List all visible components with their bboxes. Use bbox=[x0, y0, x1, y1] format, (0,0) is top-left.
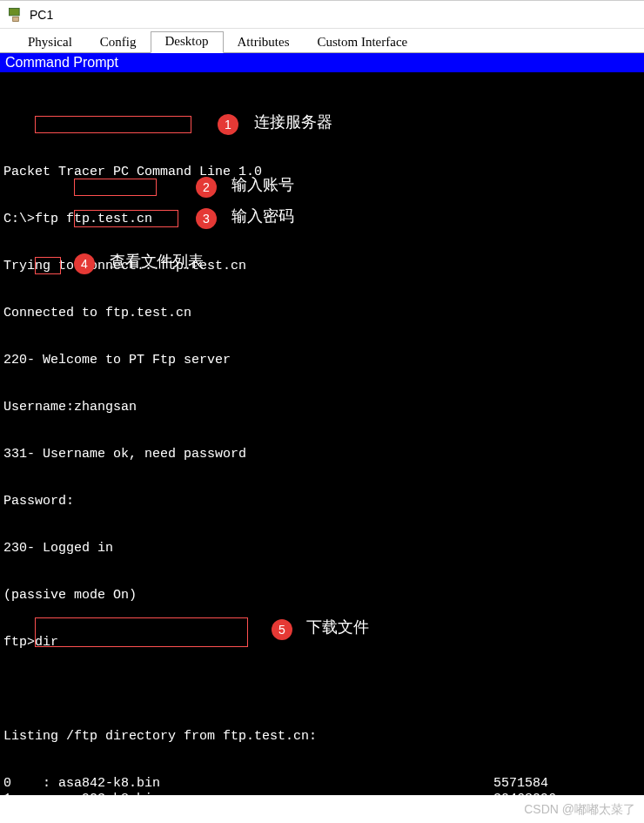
term-line: 331- Username ok, need password bbox=[3, 447, 641, 462]
term-line: Listing /ftp directory from ftp.test.cn: bbox=[3, 729, 641, 745]
file-index: 0 bbox=[3, 776, 43, 792]
annotation-badge-3: 3 bbox=[196, 208, 217, 229]
app-title: PC1 bbox=[30, 8, 53, 22]
file-list: 0: asa842-k8.bin55715841: asa923-k8.bin3… bbox=[3, 776, 641, 795]
title-bar: PC1 bbox=[0, 1, 644, 29]
file-row: 1: asa923-k8.bin30468096 bbox=[3, 792, 641, 795]
tab-attributes[interactable]: Attributes bbox=[224, 33, 304, 53]
annotation-text-4: 查看文件列表 bbox=[110, 253, 204, 269]
term-line: 230- Logged in bbox=[3, 541, 641, 557]
tab-physical[interactable]: Physical bbox=[14, 33, 86, 53]
annotation-text-3: 输入密码 bbox=[231, 208, 294, 224]
highlight-box bbox=[74, 179, 157, 196]
annotation-text-2: 输入账号 bbox=[231, 177, 294, 192]
file-row: 0: asa842-k8.bin5571584 bbox=[3, 776, 641, 792]
app-window: PC1 Physical Config Desktop Attributes C… bbox=[0, 0, 644, 795]
command-prompt-header: Command Prompt bbox=[0, 53, 644, 72]
term-line: Connected to ftp.test.cn bbox=[3, 306, 641, 321]
terminal[interactable]: Packet Tracer PC Command Line 1.0 C:\>ft… bbox=[0, 72, 644, 795]
file-size: 30468096 bbox=[493, 792, 556, 795]
term-line: Username:zhangsan bbox=[3, 400, 641, 415]
term-line: C:\>ftp ftp.test.cn bbox=[3, 212, 641, 227]
tab-config[interactable]: Config bbox=[86, 33, 151, 53]
term-line: Password: bbox=[3, 494, 641, 509]
annotation-badge-2: 2 bbox=[196, 177, 217, 198]
term-line: Packet Tracer PC Command Line 1.0 bbox=[3, 165, 641, 180]
annotation-badge-1: 1 bbox=[218, 114, 238, 135]
watermark: CSDN @嘟嘟太菜了 bbox=[524, 802, 635, 818]
term-line: (passive mode On) bbox=[3, 588, 641, 604]
file-size: 5571584 bbox=[493, 776, 548, 792]
tab-strip: Physical Config Desktop Attributes Custo… bbox=[0, 29, 644, 53]
tab-desktop[interactable]: Desktop bbox=[151, 31, 224, 53]
term-blank bbox=[3, 682, 641, 698]
term-line: Trying to connect...ftp.test.cn bbox=[3, 259, 641, 274]
file-name: asa923-k8.bin bbox=[58, 792, 493, 795]
term-line: ftp>dir bbox=[3, 635, 641, 651]
term-line: 220- Welcome to PT Ftp server bbox=[3, 353, 641, 368]
annotation-badge-4: 4 bbox=[74, 253, 95, 274]
file-name: asa842-k8.bin bbox=[58, 776, 493, 792]
svg-rect-1 bbox=[13, 17, 19, 21]
annotation-badge-5: 5 bbox=[272, 619, 292, 640]
pc-icon bbox=[7, 6, 24, 24]
annotation-text-1: 连接服务器 bbox=[254, 114, 332, 130]
annotation-text-5: 下载文件 bbox=[306, 619, 369, 635]
file-index: 1 bbox=[3, 792, 43, 795]
svg-rect-0 bbox=[10, 8, 20, 15]
tab-custom-interface[interactable]: Custom Interface bbox=[304, 33, 422, 53]
